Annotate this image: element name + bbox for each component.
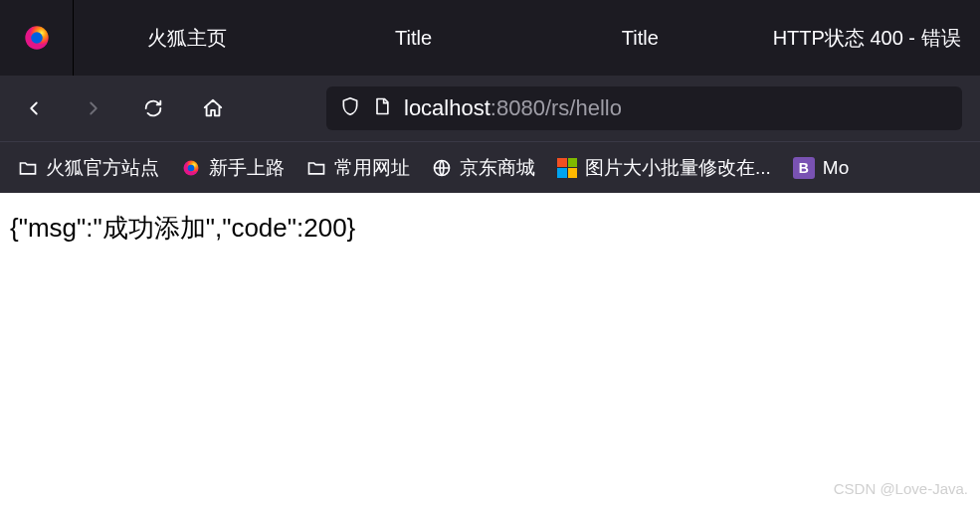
tab-1[interactable]: Title [300,27,527,50]
bootstrap-icon: B [793,157,815,179]
bookmark-0[interactable]: 火狐官方站点 [18,155,159,181]
nav-bar: localhost:8080/rs/hello [0,76,980,141]
tabs-container: 火狐主页 Title Title HTTP状态 400 - 错误 [74,0,980,76]
page-icon [372,96,392,120]
colors-icon [557,158,577,178]
bookmarks-bar: 火狐官方站点 新手上路 常用网址 京东商城 图片大小批量修改在... B Mo [0,141,980,193]
url-text: localhost:8080/rs/hello [404,95,622,121]
tab-2[interactable]: Title [527,27,754,50]
bookmark-1[interactable]: 新手上路 [181,155,285,181]
bookmark-label: 火狐官方站点 [46,155,159,181]
tab-3[interactable]: HTTP状态 400 - 错误 [753,25,980,52]
bookmark-label: 京东商城 [460,155,535,181]
bookmark-2[interactable]: 常用网址 [306,155,410,181]
response-body: {"msg":"成功添加","code":200} [10,213,355,243]
tab-bar: 火狐主页 Title Title HTTP状态 400 - 错误 [0,0,980,76]
url-host: localhost [404,95,490,120]
svg-point-1 [31,32,43,44]
globe-icon [432,158,452,178]
folder-icon [306,158,326,178]
home-button[interactable] [197,92,229,124]
url-bar[interactable]: localhost:8080/rs/hello [326,86,962,130]
watermark: CSDN @Love-Java. [834,480,968,497]
shield-icon [340,96,360,120]
reload-button[interactable] [137,92,169,124]
bookmark-3[interactable]: 京东商城 [432,155,535,181]
forward-button[interactable] [78,92,109,124]
bookmark-5[interactable]: B Mo [793,157,849,179]
page-content: {"msg":"成功添加","code":200} [0,193,980,263]
bookmark-label: 新手上路 [209,155,285,181]
bookmark-label: 常用网址 [334,155,410,181]
svg-point-3 [188,164,195,171]
firefox-logo [0,0,74,76]
back-button[interactable] [18,92,50,124]
bookmark-label: Mo [823,157,849,179]
tab-0[interactable]: 火狐主页 [74,25,300,52]
folder-icon [18,158,38,178]
bookmark-4[interactable]: 图片大小批量修改在... [557,155,771,181]
url-port-path: :8080/rs/hello [490,95,622,120]
bookmark-label: 图片大小批量修改在... [585,155,771,181]
firefox-icon [181,158,201,178]
